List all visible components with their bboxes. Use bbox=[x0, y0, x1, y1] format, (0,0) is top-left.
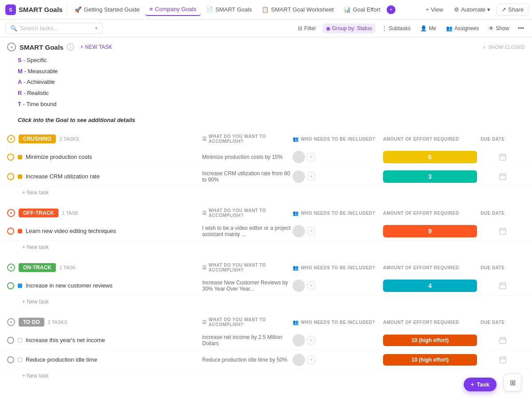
filter-icon: ⊟ bbox=[298, 25, 302, 32]
share-button[interactable]: ↗ Share bbox=[497, 4, 528, 16]
group-todo-name: ▾ TO DO 2 TASKS bbox=[7, 318, 202, 327]
avatar-add[interactable]: + bbox=[307, 281, 316, 290]
avatar-placeholder bbox=[293, 354, 305, 366]
col-effort-ontrack: AMOUNT OF EFFORT REQUIRED bbox=[383, 265, 481, 270]
due-date-cell[interactable] bbox=[481, 336, 525, 344]
letter-m: M bbox=[18, 68, 23, 75]
automate-icon: ⚙ bbox=[454, 6, 459, 13]
fab-task[interactable]: + Task bbox=[464, 378, 497, 386]
plus-icon: + bbox=[471, 381, 474, 386]
show-button[interactable]: 👁 Show bbox=[485, 24, 512, 33]
add-task-link[interactable]: + New task bbox=[22, 299, 49, 305]
calendar-icon bbox=[499, 356, 507, 364]
more-button[interactable]: ••• bbox=[515, 23, 527, 33]
task-name: Reduce production idle time bbox=[26, 356, 97, 363]
effort-bar: 4 bbox=[383, 280, 477, 292]
avatar-add[interactable]: + bbox=[307, 153, 316, 162]
task-name-cell[interactable]: Learn new video editing techniques bbox=[7, 228, 202, 235]
task-dot bbox=[18, 229, 22, 233]
badge-ontrack[interactable]: ON-TRACK bbox=[19, 263, 56, 272]
smart-item-r: R - Realistic bbox=[18, 88, 514, 99]
accomplish-icon: ☰ bbox=[202, 319, 207, 325]
who-icon: 👥 bbox=[293, 319, 299, 325]
col-due-crushing: DUE DATE bbox=[481, 137, 525, 142]
info-icon[interactable]: i bbox=[67, 43, 74, 51]
grid-view-button[interactable]: ⊞ bbox=[504, 374, 521, 386]
app-logo[interactable]: S SMART Goals bbox=[4, 4, 67, 15]
group-toggle-crushing[interactable]: ▾ bbox=[7, 135, 15, 143]
due-date-cell[interactable] bbox=[481, 173, 525, 181]
task-name-cell[interactable]: Increase this year's net income bbox=[7, 337, 202, 344]
tab-company-goals[interactable]: ≡ Company Goals bbox=[145, 3, 201, 16]
task-name-cell[interactable]: Reduce production idle time bbox=[7, 356, 202, 363]
tab-overflow-dot[interactable]: • bbox=[387, 5, 395, 14]
svg-rect-4 bbox=[500, 174, 506, 180]
show-closed[interactable]: ✓ SHOW CLOSED bbox=[482, 44, 525, 50]
due-date-cell[interactable] bbox=[481, 282, 525, 290]
avatar-add[interactable]: + bbox=[307, 336, 316, 345]
filter-button[interactable]: ⊟ Filter bbox=[294, 24, 320, 33]
task-row: Increase this year's net income increase… bbox=[0, 331, 532, 350]
badge-offtrack[interactable]: OFF-TRACK bbox=[19, 209, 59, 217]
col-accomplish-todo: ☰ WHAT DO YOU WANT TO ACCOMPLISH? bbox=[202, 317, 293, 327]
group-toggle-ontrack[interactable]: ▾ bbox=[7, 264, 15, 272]
task-count-todo: 2 TASKS bbox=[48, 319, 67, 325]
due-date-cell[interactable] bbox=[481, 153, 525, 161]
company-goals-icon: ≡ bbox=[149, 6, 153, 12]
task-checkbox[interactable] bbox=[7, 356, 14, 363]
search-box[interactable]: 🔍 Search tasks... ▾ bbox=[5, 23, 103, 34]
task-checkbox[interactable] bbox=[7, 154, 14, 161]
avatar-add[interactable]: + bbox=[307, 227, 316, 236]
task-name-cell[interactable]: Increase in new customer reviews bbox=[7, 282, 202, 289]
tab-getting-started[interactable]: 🚀 Getting Started Guide bbox=[70, 4, 144, 16]
new-task-button[interactable]: + NEW TASK bbox=[78, 43, 115, 51]
task-checkbox[interactable] bbox=[7, 228, 14, 235]
tab-goal-effort[interactable]: 📊 Goal Effort bbox=[339, 4, 385, 16]
due-date-cell[interactable] bbox=[481, 356, 525, 364]
task-checkbox[interactable] bbox=[7, 282, 14, 289]
task-checkbox[interactable] bbox=[7, 173, 14, 180]
text-r: - Realistic bbox=[23, 90, 49, 96]
getting-started-icon: 🚀 bbox=[74, 6, 82, 13]
add-task-link[interactable]: + New task bbox=[22, 189, 49, 196]
task-name-cell[interactable]: Increase CRM utilization rate bbox=[7, 173, 202, 180]
who-cell: + bbox=[293, 170, 383, 183]
add-task-link[interactable]: + New task bbox=[22, 244, 49, 250]
avatar-add[interactable]: + bbox=[307, 355, 316, 364]
assignees-button[interactable]: 👥 Assignees bbox=[442, 24, 482, 33]
group-toggle-offtrack[interactable]: ▾ bbox=[7, 209, 15, 217]
accomplish-icon: ☰ bbox=[202, 136, 207, 142]
task-count-ontrack: 1 TASK bbox=[59, 265, 76, 270]
tab-smart-goal-worksheet[interactable]: 📋 SMART Goal Worksheet bbox=[257, 4, 338, 16]
text-m: - Measurable bbox=[24, 68, 58, 75]
badge-crushing[interactable]: CRUSHING bbox=[19, 134, 56, 143]
task-name: Increase in new customer reviews bbox=[26, 282, 113, 289]
task-checkbox[interactable] bbox=[7, 337, 14, 344]
group-toggle-todo[interactable]: ▾ bbox=[7, 318, 15, 326]
me-button[interactable]: 👤 Me bbox=[417, 24, 440, 33]
col-accomplish-ontrack: ☰ WHAT DO YOU WANT TO ACCOMPLISH? bbox=[202, 263, 293, 272]
toolbar: 🔍 Search tasks... ▾ ⊟ Filter ◉ Group by:… bbox=[0, 20, 532, 37]
badge-todo[interactable]: TO DO bbox=[19, 318, 44, 327]
add-task-link[interactable]: + New task bbox=[22, 373, 49, 379]
tab-smart-goals[interactable]: 📄 SMART Goals bbox=[202, 4, 257, 16]
toolbar-right: ⊟ Filter ◉ Group by: Status ⋮ Subtasks 👤… bbox=[294, 23, 527, 33]
due-date-cell[interactable] bbox=[481, 227, 525, 235]
chevron-down-icon: ▾ bbox=[487, 6, 490, 13]
view-button[interactable]: + View bbox=[421, 4, 448, 15]
task-name: Increase this year's net income bbox=[26, 337, 105, 343]
task-name-cell[interactable]: Minimize production costs bbox=[7, 154, 202, 161]
section-toggle[interactable]: ▾ bbox=[7, 43, 16, 51]
letter-a: A bbox=[18, 79, 22, 85]
avatar-add[interactable]: + bbox=[307, 172, 316, 181]
search-input[interactable]: Search tasks... bbox=[20, 25, 58, 32]
app-name: SMART Goals bbox=[19, 6, 63, 13]
letter-s: S bbox=[18, 57, 22, 63]
task-dot bbox=[18, 284, 22, 288]
automate-button[interactable]: ⚙ Automate ▾ bbox=[450, 4, 495, 15]
subtasks-button[interactable]: ⋮ Subtasks bbox=[378, 24, 414, 33]
worksheet-icon: 📋 bbox=[262, 6, 269, 13]
add-task-row-todo: + New task bbox=[0, 370, 532, 386]
effort-cell: 10 (high effort) bbox=[383, 354, 481, 366]
group-by-button[interactable]: ◉ Group by: Status bbox=[322, 24, 376, 33]
